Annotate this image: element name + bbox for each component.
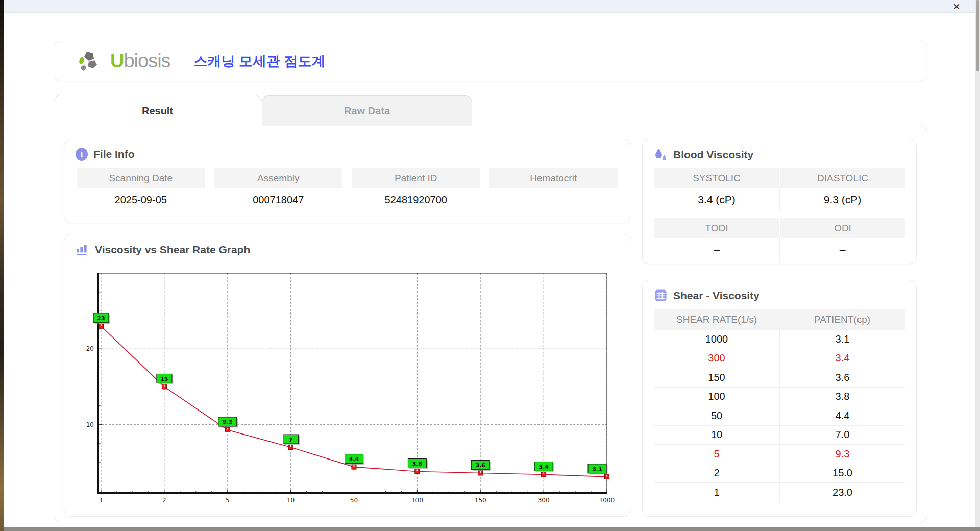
- x-tick-label: 300: [538, 497, 550, 504]
- table-row: 123.0: [654, 483, 905, 502]
- cell-shear-rate: 5: [654, 445, 779, 464]
- file-info-field: Assembly000718047: [214, 168, 343, 211]
- bv-value-cell: –: [779, 238, 905, 261]
- blood-viscosity-title: Blood Viscosity: [673, 149, 753, 161]
- cell-shear-rate: 1: [654, 483, 779, 502]
- x-tick-label: 1: [99, 497, 103, 504]
- cell-shear-rate: 1000: [654, 330, 779, 349]
- file-info-field: Patient ID52481920700: [352, 168, 480, 211]
- blood-drops-icon: [654, 148, 668, 161]
- shear-viscosity-card: Shear - Viscosity SHEAR RATE(1/s) PATIEN…: [642, 280, 917, 517]
- data-point-label: 15: [160, 376, 168, 382]
- file-info-field: Hematocrit: [489, 168, 618, 211]
- cell-patient: 3.6: [779, 368, 905, 387]
- close-icon[interactable]: ✕: [950, 1, 963, 13]
- bar-chart-icon: [76, 243, 89, 256]
- field-value: 52481920700: [352, 188, 480, 211]
- cell-patient: 3.8: [779, 388, 905, 406]
- table-row: 215.0: [654, 464, 905, 484]
- bv-header-cell: ODI: [779, 218, 905, 238]
- table-row: 10003.1: [654, 330, 905, 349]
- bv-value-cell: –: [654, 238, 779, 261]
- col-header-patient: PATIENT(cp): [779, 309, 905, 330]
- data-point-label: 9.3: [223, 419, 233, 425]
- cell-patient: 4.4: [779, 406, 905, 425]
- brand-rest: biosis: [124, 50, 170, 72]
- tab-raw-data[interactable]: Raw Data: [262, 95, 472, 126]
- table-row: 59.3: [654, 445, 905, 464]
- field-value: 000718047: [214, 188, 343, 211]
- file-info-field: Scanning Date2025-09-05: [77, 168, 205, 211]
- x-tick-label: 50: [350, 497, 358, 504]
- ubiosis-logo-icon: [78, 50, 104, 73]
- data-point-label: 3.4: [538, 464, 549, 470]
- shear-viscosity-table: SHEAR RATE(1/s) PATIENT(cp) 10003.13003.…: [654, 309, 905, 502]
- field-label: Patient ID: [352, 168, 480, 188]
- data-point-label: 3.8: [412, 461, 423, 467]
- x-tick-label: 100: [411, 497, 423, 504]
- data-point-label: 4.4: [349, 456, 359, 463]
- cell-shear-rate: 100: [654, 388, 779, 406]
- tab-result[interactable]: Result: [54, 95, 261, 126]
- bv-value-cell: 3.4 (cP): [654, 188, 779, 211]
- app-header: Ubiosis 스캐닝 모세관 점도계: [54, 41, 927, 81]
- table-icon: [654, 288, 668, 302]
- page-title-korean: 스캐닝 모세관 점도계: [194, 52, 326, 70]
- y-tick-label: 20: [86, 345, 94, 352]
- cell-patient: 3.1: [779, 330, 905, 349]
- cell-shear-rate: 150: [654, 368, 779, 387]
- scrollbar-thumb[interactable]: [976, 0, 979, 71]
- col-header-shear-rate: SHEAR RATE(1/s): [654, 309, 779, 330]
- table-header-row: SHEAR RATE(1/s) PATIENT(cp): [654, 309, 905, 330]
- file-info-fields: Scanning Date2025-09-05Assembly000718047…: [77, 168, 618, 211]
- desktop-edge: [0, 0, 4, 531]
- cell-patient: 15.0: [779, 464, 905, 483]
- data-point-label: 23: [97, 315, 105, 322]
- bv-header-cell: SYSTOLIC: [654, 168, 779, 188]
- x-tick-label: 2: [162, 497, 166, 504]
- graph-title: Viscosity vs Shear Rate Graph: [95, 244, 250, 256]
- cell-patient: 3.4: [779, 349, 905, 368]
- bv-group: TODIODI––: [654, 218, 905, 261]
- cell-shear-rate: 10: [654, 426, 779, 445]
- table-row: 1503.6: [654, 368, 905, 388]
- blood-viscosity-card: Blood Viscosity SYSTOLICDIASTOLIC3.4 (cP…: [642, 139, 917, 264]
- table-row: 107.0: [654, 426, 905, 445]
- file-info-title: File Info: [93, 148, 135, 160]
- y-tick-label: 10: [86, 421, 94, 428]
- bv-value-cell: 9.3 (cP): [779, 188, 905, 211]
- table-row: 3003.4: [654, 349, 905, 369]
- bv-header-cell: DIASTOLIC: [779, 168, 905, 188]
- scrollbar[interactable]: [975, 0, 980, 527]
- x-tick-label: 5: [226, 497, 230, 504]
- table-body: 10003.13003.41503.61003.8504.4107.059.32…: [654, 330, 905, 502]
- table-row: 1003.8: [654, 388, 905, 407]
- blood-viscosity-groups: SYSTOLICDIASTOLIC3.4 (cP)9.3 (cP)TODIODI…: [654, 168, 905, 261]
- shear-viscosity-title: Shear - Viscosity: [673, 289, 760, 302]
- field-label: Scanning Date: [77, 168, 205, 188]
- brand-u: U: [110, 50, 124, 72]
- file-info-card: i File Info Scanning Date2025-09-05Assem…: [64, 139, 630, 223]
- bv-header-cell: TODI: [654, 218, 779, 238]
- cell-patient: 23.0: [779, 483, 905, 502]
- window-titlebar: [4, 0, 980, 13]
- field-label: Assembly: [214, 168, 343, 188]
- cell-patient: 9.3: [779, 445, 905, 464]
- bv-group: SYSTOLICDIASTOLIC3.4 (cP)9.3 (cP): [654, 168, 905, 211]
- data-point-label: 3.6: [476, 462, 486, 469]
- cell-patient: 7.0: [779, 426, 905, 445]
- cell-shear-rate: 2: [654, 464, 779, 483]
- field-value: 2025-09-05: [77, 188, 205, 211]
- brand-name: Ubiosis: [110, 50, 170, 72]
- info-icon: i: [76, 148, 88, 161]
- data-point-label: 7: [289, 437, 293, 443]
- data-point-label: 3.1: [592, 466, 602, 472]
- cell-shear-rate: 50: [654, 406, 779, 425]
- x-tick-label: 1000: [599, 497, 615, 504]
- x-tick-label: 150: [475, 497, 486, 504]
- cell-shear-rate: 300: [654, 349, 779, 368]
- field-value: [489, 188, 618, 211]
- field-label: Hematocrit: [489, 168, 618, 188]
- viscosity-chart: 12510501001503001000102023159.374.43.83.…: [74, 268, 621, 512]
- x-tick-label: 10: [287, 497, 295, 504]
